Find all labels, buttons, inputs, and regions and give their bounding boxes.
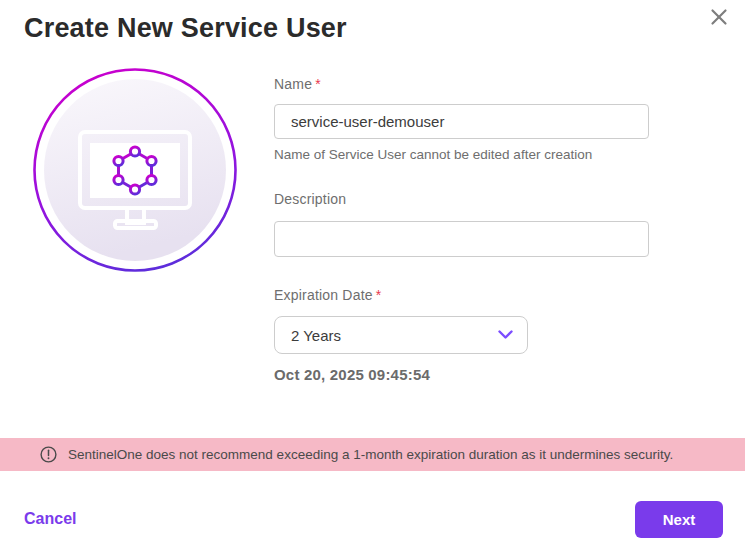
form-column: Name* Name of Service User cannot be edi…: [274, 0, 649, 400]
service-user-badge-icon: [31, 66, 239, 274]
expiration-date-label: Expiration Date*: [274, 287, 381, 303]
name-helper-text: Name of Service User cannot be edited af…: [274, 147, 592, 162]
close-button[interactable]: [708, 7, 730, 29]
chevron-down-icon: [498, 326, 513, 344]
warning-message: SentinelOne does not recommend exceeding…: [68, 447, 673, 462]
name-input[interactable]: [274, 104, 649, 139]
create-service-user-modal: Create New Service User: [0, 0, 745, 549]
description-label: Description: [274, 191, 346, 207]
name-label-text: Name: [274, 76, 312, 92]
expiration-date-dropdown[interactable]: 2 Years: [274, 316, 528, 354]
description-input[interactable]: [274, 221, 649, 257]
expiration-date-preview: Oct 20, 2025 09:45:54: [274, 366, 430, 383]
next-button[interactable]: Next: [635, 501, 723, 538]
name-label: Name*: [274, 76, 321, 92]
expiration-selected-value: 2 Years: [291, 327, 341, 344]
expiration-required-asterisk: *: [376, 287, 382, 303]
warning-banner: SentinelOne does not recommend exceeding…: [0, 438, 745, 471]
name-required-asterisk: *: [315, 76, 321, 92]
alert-circle-icon: [40, 446, 57, 463]
expiration-label-text: Expiration Date: [274, 287, 373, 303]
cancel-button[interactable]: Cancel: [24, 510, 76, 528]
close-icon: [710, 8, 728, 29]
